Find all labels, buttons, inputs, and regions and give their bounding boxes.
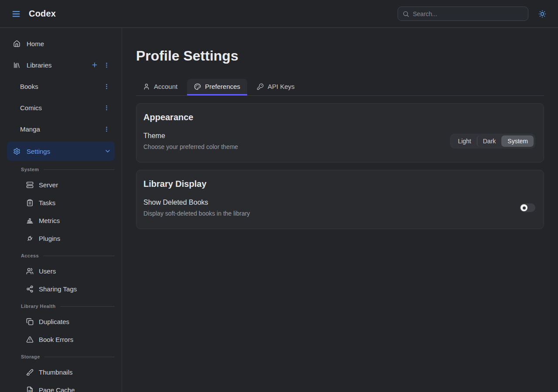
library-item-label: Comics	[20, 104, 102, 112]
show-deleted-books-row: Show Deleted Books Display soft-deleted …	[143, 199, 535, 217]
sidebar-item-sharing-tags[interactable]: Sharing Tags	[7, 280, 115, 297]
gear-icon	[13, 148, 20, 155]
sidebar-item-label: Thumbnails	[39, 368, 111, 376]
section-label-access: Access	[7, 253, 115, 258]
bar-chart-icon	[26, 217, 34, 224]
section-label-storage: Storage	[7, 354, 115, 359]
comics-more-button[interactable]	[102, 103, 111, 112]
tab-label: Account	[154, 83, 177, 90]
theme-option-dark[interactable]: Dark	[477, 135, 502, 147]
card-title: Library Display	[143, 179, 535, 189]
sidebar-item-home[interactable]: Home	[7, 35, 115, 52]
library-item-label: Books	[20, 83, 102, 90]
sidebar-item-label: Plugins	[39, 235, 111, 242]
setting-text: Show Deleted Books Display soft-deleted …	[143, 199, 250, 217]
copy-icon	[26, 318, 34, 325]
sun-icon	[538, 10, 547, 18]
theme-option-system[interactable]: System	[501, 135, 534, 147]
setting-description: Display soft-deleted books in the librar…	[143, 210, 250, 217]
search-input[interactable]	[413, 10, 524, 17]
setting-text: Theme Choose your preferred color theme	[143, 132, 238, 150]
sidebar-item-settings[interactable]: Settings	[7, 142, 115, 161]
sidebar-item-label: Page Cache	[39, 386, 111, 392]
magnifier-icon	[402, 10, 409, 17]
sidebar-item-users[interactable]: Users	[7, 262, 115, 280]
kebab-menu-icon	[103, 62, 110, 68]
show-deleted-books-toggle[interactable]	[520, 203, 535, 212]
users-icon	[26, 267, 34, 275]
theme-option-light[interactable]: Light	[452, 135, 476, 147]
key-icon	[257, 83, 264, 90]
sidebar-item-tasks[interactable]: Tasks	[7, 194, 115, 211]
library-display-card: Library Display Show Deleted Books Displ…	[136, 170, 544, 229]
hamburger-icon	[11, 9, 21, 19]
sidebar-item-label: Tasks	[39, 199, 111, 206]
setting-label: Theme	[143, 132, 238, 140]
alert-triangle-icon	[26, 336, 34, 343]
page-title: Profile Settings	[136, 48, 544, 64]
plus-icon	[91, 61, 98, 68]
sidebar-item-label: Sharing Tags	[39, 285, 111, 293]
manga-more-button[interactable]	[102, 125, 111, 134]
sidebar-item-label: Libraries	[27, 61, 90, 69]
add-library-button[interactable]	[90, 60, 99, 70]
palette-icon	[194, 83, 201, 90]
sidebar-item-libraries[interactable]: Libraries	[7, 56, 115, 74]
tab-label: Preferences	[205, 83, 240, 90]
sidebar-item-label: Server	[39, 181, 111, 189]
sidebar-item-books[interactable]: Books	[7, 78, 115, 95]
section-label-library-health: Library Health	[7, 304, 115, 309]
topbar: Codex	[0, 0, 558, 28]
paintbrush-icon	[26, 368, 34, 376]
theme-segmented-control: Light Dark System	[450, 134, 535, 149]
clipboard-icon	[26, 199, 34, 206]
tab-api-keys[interactable]: API Keys	[250, 79, 302, 95]
appearance-card: Appearance Theme Choose your preferred c…	[136, 103, 544, 162]
sidebar-item-plugins[interactable]: Plugins	[7, 230, 115, 247]
setting-label: Show Deleted Books	[143, 199, 250, 206]
sidebar-item-label: Metrics	[39, 217, 111, 224]
theme-toggle-button[interactable]	[536, 8, 548, 20]
sidebar-item-thumbnails[interactable]: Thumbnails	[7, 363, 115, 381]
sidebar-item-comics[interactable]: Comics	[7, 99, 115, 116]
library-item-label: Manga	[20, 125, 102, 133]
books-more-button[interactable]	[102, 82, 111, 91]
sidebar: Home Libraries Books	[0, 28, 122, 392]
svg-text:PDF: PDF	[28, 390, 32, 392]
sidebar-item-label: Duplicates	[39, 318, 111, 325]
user-icon	[143, 83, 150, 90]
library-icon	[13, 61, 20, 69]
chevron-down-icon	[104, 148, 111, 155]
main-content: Profile Settings Account Preferences API…	[122, 28, 558, 392]
sidebar-item-label: Book Errors	[39, 336, 111, 343]
sidebar-item-manga[interactable]: Manga	[7, 120, 115, 138]
server-icon	[26, 181, 34, 189]
sidebar-item-metrics[interactable]: Metrics	[7, 212, 115, 229]
sidebar-item-label: Home	[27, 40, 111, 47]
card-title: Appearance	[143, 112, 535, 122]
tabbar: Account Preferences API Keys	[136, 79, 544, 96]
sidebar-item-page-cache[interactable]: PDF Page Cache	[7, 381, 115, 392]
toggle-knob	[521, 204, 527, 211]
section-label-system: System	[7, 167, 115, 172]
kebab-menu-icon	[103, 105, 110, 111]
sidebar-item-duplicates[interactable]: Duplicates	[7, 313, 115, 330]
share-icon	[26, 285, 34, 293]
search-box	[398, 7, 528, 21]
sidebar-item-book-errors[interactable]: Book Errors	[7, 331, 115, 348]
setting-description: Choose your preferred color theme	[143, 143, 238, 150]
sidebar-item-label: Settings	[27, 148, 104, 155]
home-icon	[13, 40, 20, 47]
tab-preferences[interactable]: Preferences	[187, 79, 247, 95]
hamburger-menu-button[interactable]	[10, 7, 23, 20]
app-title: Codex	[29, 9, 56, 19]
kebab-menu-icon	[103, 126, 110, 132]
tab-account[interactable]: Account	[136, 79, 184, 95]
theme-setting-row: Theme Choose your preferred color theme …	[143, 132, 535, 150]
libraries-more-button[interactable]	[102, 61, 111, 70]
sidebar-item-label: Users	[39, 267, 111, 275]
sidebar-item-server[interactable]: Server	[7, 176, 115, 193]
kebab-menu-icon	[103, 83, 110, 90]
plug-icon	[26, 235, 34, 242]
tab-label: API Keys	[268, 83, 295, 90]
